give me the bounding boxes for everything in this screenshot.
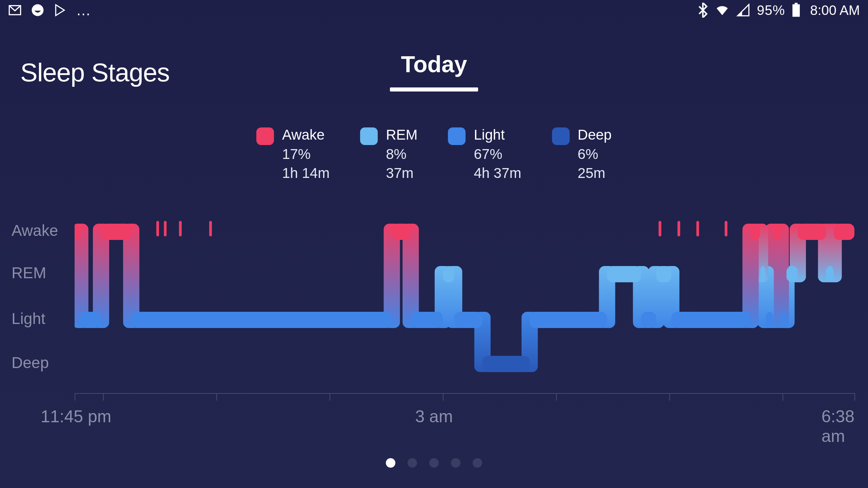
x-tick xyxy=(556,393,557,401)
page-indicator[interactable] xyxy=(386,458,482,468)
stage-segment xyxy=(607,266,641,282)
stage-segment xyxy=(787,266,798,282)
legend-swatch xyxy=(448,127,466,145)
wifi-icon xyxy=(715,3,730,18)
y-label: REM xyxy=(12,264,46,282)
stage-segment xyxy=(530,312,607,328)
stage-segment xyxy=(411,312,443,328)
x-tick xyxy=(103,393,104,401)
pager-dot[interactable] xyxy=(386,458,395,468)
y-label: Light xyxy=(12,309,45,328)
stage-segment xyxy=(641,312,656,328)
cell-signal-icon xyxy=(736,3,750,17)
date-label: Today xyxy=(390,51,478,77)
stage-segment xyxy=(834,224,854,240)
stage-segment xyxy=(751,224,760,240)
stage-segment xyxy=(131,312,392,328)
legend-item: Light67%4h 37m xyxy=(448,125,521,183)
y-label: Deep xyxy=(12,353,49,372)
legend-text: REM8%37m xyxy=(386,125,417,183)
battery-percent: 95% xyxy=(757,3,785,18)
x-tick xyxy=(443,393,443,401)
page-title: Sleep Stages xyxy=(20,58,170,87)
legend-swatch xyxy=(552,127,570,145)
stage-segment xyxy=(656,266,671,282)
x-tick xyxy=(783,393,783,401)
legend-item: Awake17%1h 14m xyxy=(256,125,330,183)
legend-item: Deep6%25m xyxy=(552,125,612,183)
android-status-bar: … 95% 8:00 AM xyxy=(0,0,868,20)
date-selector[interactable]: Today xyxy=(390,51,478,92)
x-tick xyxy=(669,393,670,401)
legend-text: Light67%4h 37m xyxy=(474,125,521,183)
svg-rect-3 xyxy=(795,3,798,4)
play-store-icon xyxy=(54,4,66,17)
stage-segment xyxy=(773,224,781,240)
stage-segment xyxy=(75,224,80,240)
legend-text: Awake17%1h 14m xyxy=(282,125,330,183)
stage-segment xyxy=(766,312,773,328)
x-tick xyxy=(216,393,217,401)
stage-segment xyxy=(826,266,833,282)
x-end-label: 6:38 am xyxy=(822,407,854,446)
stage-segment xyxy=(80,312,101,328)
stage-segment xyxy=(671,312,751,328)
legend-swatch xyxy=(256,127,274,145)
x-axis-line xyxy=(75,393,854,394)
legend-text: Deep6%25m xyxy=(578,125,612,183)
stage-segment xyxy=(781,312,787,328)
svg-point-1 xyxy=(32,4,44,16)
pager-dot[interactable] xyxy=(473,458,482,468)
circle-smile-icon xyxy=(31,4,44,17)
gmail-icon xyxy=(8,3,22,17)
status-clock: 8:00 AM xyxy=(810,3,860,18)
legend-swatch xyxy=(360,127,378,145)
stage-segment xyxy=(482,356,530,372)
pager-dot[interactable] xyxy=(429,458,439,468)
stage-segment xyxy=(454,312,482,328)
x-tick xyxy=(75,393,75,401)
stage-segment xyxy=(798,224,826,240)
legend-item: REM8%37m xyxy=(360,125,417,183)
x-mid-label: 3 am xyxy=(415,407,453,426)
bluetooth-icon xyxy=(698,3,708,18)
date-underline xyxy=(390,87,478,92)
stage-segment xyxy=(101,224,131,240)
x-tick xyxy=(854,393,855,401)
svg-rect-2 xyxy=(792,4,800,17)
chart-legend: Awake17%1h 14mREM8%37mLight67%4h 37mDeep… xyxy=(256,125,612,183)
pager-dot[interactable] xyxy=(451,458,460,468)
more-notifications-icon: … xyxy=(76,2,92,19)
sleep-stage-chart[interactable]: AwakeREMLightDeep 11:45 pm 3 am 6:38 am xyxy=(0,217,868,407)
x-tick xyxy=(330,393,330,401)
x-start-label: 11:45 pm xyxy=(41,407,111,426)
stage-segment xyxy=(443,266,454,282)
stage-segment xyxy=(392,224,411,240)
battery-icon xyxy=(792,3,801,18)
y-label: Awake xyxy=(12,221,58,240)
chart-plot xyxy=(75,217,854,386)
pager-dot[interactable] xyxy=(408,458,417,468)
stage-segment xyxy=(760,266,766,282)
